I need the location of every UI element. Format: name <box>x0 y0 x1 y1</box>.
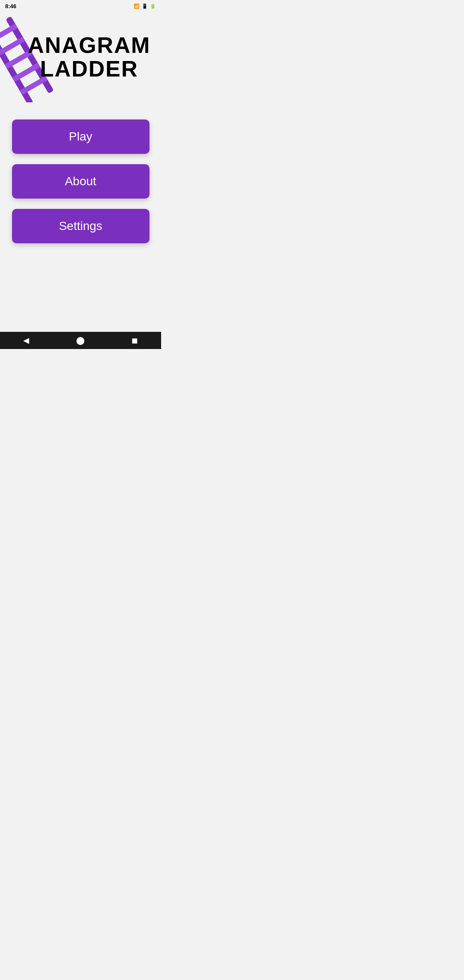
status-time: 8:46 <box>5 3 16 9</box>
play-button[interactable]: Play <box>12 119 150 154</box>
bottom-nav: ◀ ⬤ ◼ <box>0 332 161 349</box>
home-button[interactable]: ⬤ <box>76 336 85 345</box>
buttons-area: Play About Settings <box>0 119 161 243</box>
app-title: ANAGRAM LADDER <box>11 34 151 80</box>
status-icons: 📶 📱 🔋 <box>134 3 156 9</box>
about-button[interactable]: About <box>12 164 150 199</box>
recent-button[interactable]: ◼ <box>131 336 138 345</box>
back-button[interactable]: ◀ <box>23 336 29 345</box>
signal-icon: 📱 <box>142 3 148 9</box>
wifi-icon: 📶 <box>134 3 140 9</box>
battery-icon: 🔋 <box>150 3 156 9</box>
header-area: ANAGRAM LADDER <box>0 12 161 102</box>
status-bar: 8:46 📶 📱 🔋 <box>0 0 161 12</box>
settings-button[interactable]: Settings <box>12 209 150 243</box>
